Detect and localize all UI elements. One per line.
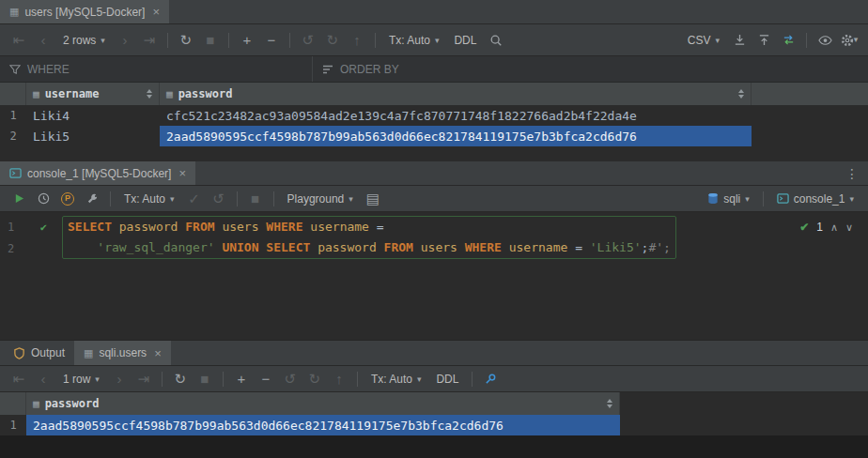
stop-icon[interactable]: ■ [199,30,222,51]
row-number[interactable]: 2 [0,126,26,146]
next-page-icon[interactable]: › [108,369,131,389]
prev-page-icon[interactable]: ‹ [32,369,54,389]
cell-password-selected[interactable]: 2aad5890595ccf4598b787b99ab563d0d66ec821… [26,415,620,435]
tab-output[interactable]: Output [4,341,74,365]
stop-icon[interactable]: ■ [244,189,267,209]
stop-icon[interactable]: ■ [194,369,216,389]
page-size-dropdown[interactable]: 2 rows▾ [56,30,112,51]
first-page-icon[interactable]: ⇤ [8,30,30,51]
run-icon[interactable] [8,189,30,209]
redo-icon[interactable]: ↻ [321,30,344,51]
last-page-icon[interactable]: ⇥ [132,369,155,389]
tab-console[interactable]: console_1 [MySQL5-Docker] × [0,161,195,185]
tx-mode-dropdown[interactable]: Tx: Auto▾ [117,189,181,209]
sql-keyword: SELECT [68,220,119,234]
cell-username[interactable]: Liki4 [26,105,160,126]
rollback-icon[interactable]: ↺ [208,189,230,209]
wrench-icon[interactable] [81,189,103,209]
sort-icon[interactable] [147,89,152,99]
code-line-1: SELECT password FROM users WHERE usernam… [68,217,671,237]
add-row-icon[interactable]: + [230,369,253,389]
separator [167,33,168,48]
console-session-dropdown[interactable]: console_1 ▾ [770,189,860,209]
submit-icon[interactable]: ↑ [346,30,368,51]
separator [289,33,290,48]
export-download-icon[interactable] [728,30,751,51]
order-by-filter-input[interactable]: ORDER BY [313,56,409,82]
close-icon[interactable]: × [152,6,160,18]
cell-password[interactable]: cfc521c23482ac93a09584ad2e139c4a7fc87077… [160,105,752,126]
separator [237,191,238,206]
column-label: password [45,397,100,410]
close-icon[interactable]: × [178,167,186,179]
history-clock-icon[interactable] [32,189,54,209]
editor-content: 1 ✔ 2 SELECT password FROM users WHERE u… [0,212,868,259]
column-header-password[interactable]: ▦ password [26,392,620,415]
ddl-button[interactable]: DDL [429,369,465,389]
sql-editor[interactable]: 1 ✔ 2 SELECT password FROM users WHERE u… [0,212,868,340]
row-number[interactable]: 1 [0,105,26,126]
table-icon: ▦ [9,6,19,18]
import-upload-icon[interactable] [752,30,775,51]
next-page-icon[interactable]: › [114,30,136,51]
add-row-icon[interactable]: + [236,30,258,51]
commit-check-icon[interactable]: ✓ [183,189,206,209]
profiler-icon[interactable]: P [56,189,79,209]
tab-result-grid[interactable]: ▦ sqli.users × [74,341,171,365]
settings-gear-icon[interactable]: ▾ [838,30,860,51]
sql-identifier: username [509,240,575,254]
page-size-dropdown[interactable]: 1 row▾ [56,369,106,389]
sql-keyword: WHERE [266,220,310,234]
separator [223,372,224,387]
delete-row-icon[interactable]: − [260,30,283,51]
tab-users-table[interactable]: ▦ users [MySQL5-Docker] × [0,0,169,23]
column-icon: ▦ [33,88,39,100]
export-format-dropdown[interactable]: CSV▾ [681,30,726,51]
tx-mode-dropdown[interactable]: Tx: Auto▾ [382,30,446,51]
separator [228,33,229,48]
delete-row-icon[interactable]: − [255,369,277,389]
export-format-label: CSV [688,34,711,47]
result-grid-header: ▦ password [0,392,868,415]
more-options-icon[interactable]: ⋮ [836,161,868,185]
sql-operator: = [575,240,590,254]
close-icon[interactable]: × [154,347,162,359]
undo-icon[interactable]: ↺ [279,369,302,389]
next-result-icon[interactable]: ∨ [845,221,853,234]
separator [273,191,274,206]
undo-icon[interactable]: ↺ [297,30,319,51]
first-page-icon[interactable]: ⇤ [8,369,30,389]
sort-icon[interactable] [607,399,612,408]
prev-page-icon[interactable]: ‹ [32,30,54,51]
refresh-icon[interactable]: ↻ [175,30,197,51]
ddl-button[interactable]: DDL [447,30,483,51]
pin-icon[interactable] [479,369,502,389]
submit-icon[interactable]: ↑ [328,369,350,389]
tx-mode-dropdown[interactable]: Tx: Auto▾ [364,369,428,389]
search-icon[interactable] [485,30,507,51]
line-number: 1 [8,221,14,234]
data-transfer-icon[interactable] [777,30,799,51]
in-editor-results-icon[interactable]: ▤ [362,189,384,209]
row-number[interactable]: 1 [0,415,26,435]
where-filter-input[interactable]: WHERE [0,56,313,82]
ddl-label: DDL [436,373,458,386]
chevron-down-icon: ▾ [417,374,422,384]
last-page-icon[interactable]: ⇥ [138,30,161,51]
cell-password-selected[interactable]: 2aad5890595ccf4598b787b99ab563d0d66ec821… [160,126,752,146]
sort-icon[interactable] [738,89,744,99]
database-icon [707,192,719,205]
refresh-icon[interactable]: ↻ [169,369,192,389]
playground-dropdown[interactable]: Playground▾ [281,189,360,209]
tab-label: sqli.users [99,346,147,359]
column-header-username[interactable]: ▦ username [26,83,160,105]
redo-icon[interactable]: ↻ [303,369,326,389]
grid-header-row: ▦ username ▦ password [0,83,868,105]
column-header-password[interactable]: ▦ password [160,83,752,105]
cell-username[interactable]: Liki5 [26,126,160,146]
schema-dropdown[interactable]: sqli ▾ [701,189,756,209]
grid-empty-area [0,146,868,161]
prev-result-icon[interactable]: ∧ [830,221,838,234]
view-eye-icon[interactable] [814,30,836,51]
separator [357,372,358,387]
